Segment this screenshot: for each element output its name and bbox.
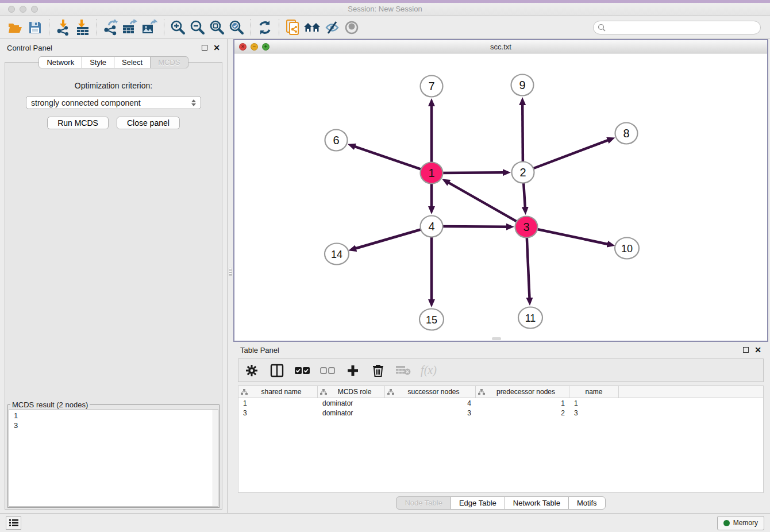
network-graph: 7968124314101511	[234, 53, 767, 341]
graph-node-2[interactable]: 2	[512, 162, 534, 183]
tab-network[interactable]: Network	[38, 56, 82, 68]
cell-predecessor-nodes[interactable]: 1	[476, 398, 569, 408]
delete-column-trash-icon[interactable]	[368, 361, 388, 380]
graph-node-4[interactable]: 4	[421, 216, 443, 237]
main-toolbar	[0, 16, 770, 39]
show-columns-icon[interactable]	[267, 361, 287, 380]
graph-edge-2-9[interactable]	[522, 104, 523, 163]
cell-mcds-role[interactable]: dominator	[318, 398, 385, 408]
table-settings-gear-icon[interactable]	[242, 361, 261, 380]
cell-successor-nodes[interactable]: 3	[385, 408, 476, 418]
graph-edge-1-6[interactable]	[354, 147, 422, 170]
svg-text:3: 3	[523, 221, 529, 233]
hide-panels-icon[interactable]	[322, 18, 342, 37]
save-session-icon[interactable]	[25, 18, 45, 37]
import-table-icon[interactable]	[73, 18, 93, 37]
toolbar-separator	[164, 19, 164, 36]
add-column-icon[interactable]	[343, 361, 363, 380]
zoom-out-icon[interactable]	[188, 18, 207, 37]
graph-node-14[interactable]: 14	[325, 244, 349, 265]
column-header-shared-name[interactable]: shared name	[238, 386, 318, 398]
dropdown-stepper-icon	[191, 99, 196, 106]
column-header-predecessor-nodes[interactable]: predecessor nodes	[476, 386, 569, 398]
graph-edge-4-3[interactable]	[441, 226, 507, 227]
svg-text:7: 7	[428, 80, 434, 92]
graph-edge-2-3[interactable]	[523, 182, 525, 208]
criterion-dropdown[interactable]: strongly connected component	[26, 96, 201, 109]
graph-edge-3-10[interactable]	[536, 229, 609, 245]
column-header-mcds-role[interactable]: MCDS role	[318, 386, 385, 398]
graph-node-7[interactable]: 7	[421, 76, 443, 97]
select-all-columns-icon[interactable]	[292, 361, 312, 380]
graph-edge-3-1[interactable]	[448, 182, 518, 222]
tab-mcds[interactable]: MCDS	[150, 56, 188, 68]
memory-button[interactable]: Memory	[717, 516, 764, 530]
table-row[interactable]: 3 dominator 3 2 3	[238, 408, 763, 418]
cell-name[interactable]: 3	[569, 408, 619, 418]
graph-node-9[interactable]: 9	[511, 75, 534, 96]
network-view-window: × − + scc.txt 7968124314101511	[233, 39, 768, 342]
tab-select[interactable]: Select	[114, 56, 151, 68]
float-table-panel-icon[interactable]	[743, 347, 749, 353]
zoom-in-icon[interactable]	[168, 18, 188, 37]
export-network-icon[interactable]	[101, 18, 121, 37]
graph-node-6[interactable]: 6	[325, 130, 348, 151]
network-window-titlebar[interactable]: × − + scc.txt	[234, 40, 767, 53]
search-input[interactable]	[593, 21, 761, 34]
canvas-hscroll-thumb[interactable]	[492, 337, 501, 340]
first-neighbors-icon[interactable]	[303, 18, 322, 37]
close-panel-button[interactable]: Close panel	[117, 117, 180, 129]
run-mcds-button[interactable]: Run MCDS	[47, 117, 109, 129]
column-header-successor-nodes[interactable]: successor nodes	[385, 386, 476, 398]
window-titlebar: Session: New Session	[0, 0, 770, 16]
zoom-selected-icon[interactable]	[227, 18, 247, 37]
cell-predecessor-nodes[interactable]: 2	[476, 408, 569, 418]
graph-node-10[interactable]: 10	[615, 238, 639, 259]
open-session-icon[interactable]	[6, 18, 25, 37]
graph-node-15[interactable]: 15	[419, 309, 444, 330]
graph-node-1[interactable]: 1	[421, 163, 443, 184]
cell-mcds-role[interactable]: dominator	[318, 408, 385, 418]
hierarchy-icon	[241, 389, 248, 395]
close-table-panel-icon[interactable]: ✕	[754, 347, 761, 353]
graph-node-11[interactable]: 11	[518, 307, 542, 329]
cell-name[interactable]: 1	[569, 398, 619, 408]
table-panel: Table Panel ✕	[233, 344, 768, 513]
column-header-name[interactable]: name	[569, 386, 619, 398]
mcds-result-box: MCDS result (2 nodes) 1 3	[7, 400, 220, 508]
tab-network-table[interactable]: Network Table	[505, 496, 569, 510]
graph-node-8[interactable]: 8	[615, 123, 638, 144]
tab-motifs[interactable]: Motifs	[568, 496, 606, 510]
float-panel-icon[interactable]	[202, 45, 207, 51]
unselect-all-columns-icon[interactable]	[318, 361, 337, 380]
result-line: 1	[14, 411, 213, 421]
table-row[interactable]: 1 dominator 4 1 1	[238, 398, 763, 408]
clone-network-icon[interactable]	[283, 18, 303, 37]
refresh-icon[interactable]	[255, 18, 275, 37]
splitter-grip-icon[interactable]	[229, 268, 232, 276]
mcds-result-text[interactable]: 1 3	[9, 409, 218, 507]
tab-node-table[interactable]: Node Table	[396, 496, 451, 510]
cell-shared-name[interactable]: 1	[238, 398, 318, 408]
tab-edge-table[interactable]: Edge Table	[451, 496, 505, 510]
zoom-fit-icon[interactable]	[207, 18, 227, 37]
graph-edge-3-11[interactable]	[527, 237, 530, 299]
graph-edge-4-14[interactable]	[355, 229, 422, 249]
tab-style[interactable]: Style	[82, 56, 114, 68]
show-panels-icon[interactable]	[342, 18, 361, 37]
network-canvas[interactable]: 7968124314101511	[234, 53, 767, 341]
cell-successor-nodes[interactable]: 4	[385, 398, 476, 408]
cell-shared-name[interactable]: 3	[238, 408, 318, 418]
graph-node-3[interactable]: 3	[515, 217, 538, 238]
control-panel-title: Control Panel	[7, 44, 52, 52]
optimization-criterion-label: Optimization criterion:	[5, 81, 222, 90]
task-history-button[interactable]	[6, 516, 21, 530]
close-panel-icon[interactable]: ✕	[213, 45, 220, 51]
result-scrollbar[interactable]	[213, 410, 218, 507]
graph-edge-2-8[interactable]	[532, 140, 609, 169]
export-image-icon[interactable]	[140, 18, 160, 37]
graph-edge-1-2[interactable]	[441, 172, 504, 173]
export-table-icon[interactable]	[121, 18, 140, 37]
panel-splitter[interactable]	[228, 39, 233, 513]
import-network-icon[interactable]	[53, 18, 73, 37]
